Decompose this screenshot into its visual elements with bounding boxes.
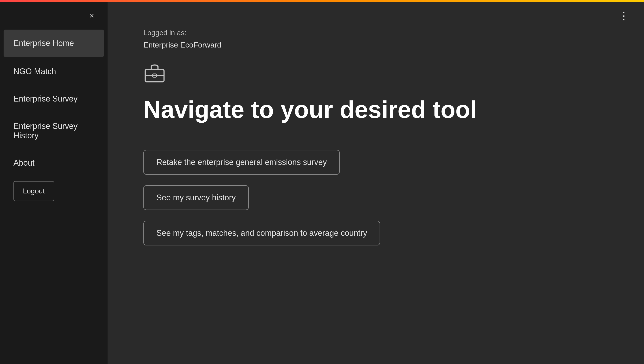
main-content: Logged in as: Enterprise EcoForward Navi… [108,2,644,364]
retake-survey-button[interactable]: Retake the enterprise general emissions … [144,150,340,174]
logged-in-label: Logged in as: [144,29,608,37]
sidebar-nav: Enterprise Home NGO Match Enterprise Sur… [0,29,108,206]
briefcase-icon [144,63,166,83]
sidebar-item-enterprise-home[interactable]: Enterprise Home [4,30,104,57]
page-title: Navigate to your desired tool [144,96,608,123]
close-button[interactable]: × [85,9,98,22]
user-name: Enterprise EcoForward [144,40,608,49]
sidebar-item-enterprise-survey[interactable]: Enterprise Survey [0,85,108,112]
sidebar-item-enterprise-survey-history[interactable]: Enterprise Survey History [0,112,108,149]
sidebar: × Enterprise Home NGO Match Enterprise S… [0,2,108,364]
action-buttons: Retake the enterprise general emissions … [144,150,608,246]
sidebar-item-about[interactable]: About [0,149,108,176]
top-color-bar [0,0,644,2]
sidebar-item-ngo-match[interactable]: NGO Match [0,58,108,85]
tags-matches-button[interactable]: See my tags, matches, and comparison to … [144,221,380,246]
logout-button[interactable]: Logout [14,181,54,201]
more-options-button[interactable]: ⋮ [617,9,630,22]
survey-history-button[interactable]: See my survey history [144,185,249,210]
